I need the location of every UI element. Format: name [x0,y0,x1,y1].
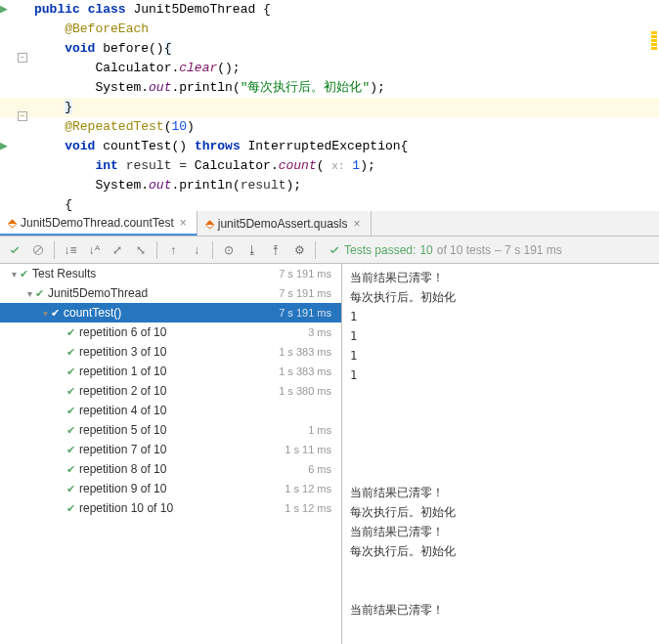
show-passed-button[interactable] [4,239,25,261]
test-tree-row[interactable]: ✔repetition 7 of 101 s 11 ms [0,440,341,459]
check-icon: ✔ [51,307,60,320]
tree-duration: 7 s 191 ms [279,307,337,319]
test-tree-row[interactable]: ✔repetition 5 of 101 ms [0,420,341,440]
error-stripe [649,0,659,211]
tree-label: Junit5DemoThread [48,286,279,300]
fold-icon[interactable]: − [18,111,27,121]
next-button[interactable]: ↓ [186,239,207,261]
check-icon [329,244,340,256]
tree-duration: 1 s 11 ms [285,444,337,455]
chevron-down-icon[interactable]: ▾ [39,308,51,319]
check-icon: ✔ [66,385,75,398]
tree-duration: 7 s 191 ms [279,268,337,279]
tab-label: junit5DemoAssert.quasls [218,217,348,231]
run-config-icon: ⬘ [205,217,214,231]
tree-label: repetition 7 of 10 [79,443,285,456]
test-toolbar: ↓≡ ↓ᴬ ⤢ ⤡ ↑ ↓ ⊙ ⭳ ⭱ ⚙ Tests passed: 10 o… [0,236,659,264]
code-editor[interactable]: ▶public class Junit5DemoThread { @Before… [0,0,659,211]
tree-duration: 1 s 380 ms [279,385,337,397]
expand-all-button[interactable]: ⤢ [107,239,128,261]
tree-label: repetition 6 of 10 [79,325,308,339]
check-icon: ✔ [66,444,75,456]
tree-label: repetition 1 of 10 [79,365,279,378]
test-tree-row[interactable]: ✔repetition 10 of 101 s 12 ms [0,498,341,518]
run-gutter-icon[interactable]: ▶ [0,2,8,17]
check-icon: ✔ [66,483,75,495]
run-config-icon: ⬘ [8,216,17,230]
check-icon: ✔ [35,287,44,300]
test-tree-row[interactable]: ▾✔Junit5DemoThread7 s 191 ms [0,283,341,303]
tree-label: repetition 8 of 10 [79,462,308,476]
sort-button[interactable]: ↓≡ [60,239,81,261]
tree-duration: 6 ms [308,463,337,475]
test-tree[interactable]: ▾✔Test Results7 s 191 ms▾✔Junit5DemoThre… [0,264,342,644]
tree-duration: 1 s 12 ms [285,502,337,514]
tab-label: Junit5DemoThread.countTest [21,216,174,230]
chevron-down-icon[interactable]: ▾ [8,269,20,279]
sort-alpha-button[interactable]: ↓ᴬ [83,239,105,261]
check-icon: ✔ [66,326,75,339]
tree-label: repetition 10 of 10 [79,501,285,515]
import-button[interactable]: ⭳ [242,239,263,261]
tree-duration: 1 s 383 ms [279,365,337,377]
check-icon: ✔ [66,463,75,476]
run-gutter-icon[interactable]: ▶ [0,139,8,153]
tree-duration: 1 ms [308,424,337,436]
close-icon[interactable]: × [352,217,363,231]
fold-icon[interactable]: − [18,53,27,63]
check-icon: ✔ [20,268,28,280]
test-tree-row[interactable]: ✔repetition 4 of 10 [0,401,341,420]
test-tree-row[interactable]: ✔repetition 1 of 101 s 383 ms [0,362,341,381]
history-button[interactable]: ⊙ [218,239,240,261]
test-tree-row[interactable]: ✔repetition 3 of 101 s 383 ms [0,342,341,362]
tree-label: countTest() [64,306,279,320]
test-tree-row[interactable]: ▾✔Test Results7 s 191 ms [0,264,341,283]
console-output[interactable]: 当前结果已清零！ 每次执行后。初始化 1 1 1 1 当前结果已清零！ 每次执行… [342,264,659,644]
settings-button[interactable]: ⚙ [288,239,310,261]
check-icon: ✔ [66,424,75,437]
check-icon: ✔ [66,346,75,359]
chevron-down-icon[interactable]: ▾ [23,288,35,299]
show-ignored-button[interactable] [27,239,49,261]
test-tree-row[interactable]: ✔repetition 2 of 101 s 380 ms [0,381,341,401]
test-status: Tests passed: 10 of 10 tests – 7 s 191 m… [329,243,562,257]
tree-label: repetition 2 of 10 [79,384,279,398]
collapse-all-button[interactable]: ⤡ [130,239,152,261]
tree-label: repetition 3 of 10 [79,345,279,359]
svg-line-1 [35,247,41,253]
tree-duration: 3 ms [308,326,337,338]
check-icon: ✔ [66,502,75,515]
tree-duration: 7 s 191 ms [279,287,337,299]
check-icon: ✔ [66,365,75,378]
check-icon: ✔ [66,405,75,417]
export-button[interactable]: ⭱ [265,239,286,261]
test-tree-row[interactable]: ▾✔countTest()7 s 191 ms [0,303,341,322]
tree-label: Test Results [32,267,279,280]
tree-label: repetition 5 of 10 [79,423,308,437]
test-tree-row[interactable]: ✔repetition 8 of 106 ms [0,459,341,479]
test-tree-row[interactable]: ✔repetition 9 of 101 s 12 ms [0,479,341,498]
prev-button[interactable]: ↑ [162,239,184,261]
tree-duration: 1 s 383 ms [279,346,337,358]
tree-duration: 1 s 12 ms [285,483,337,494]
test-tree-row[interactable]: ✔repetition 6 of 103 ms [0,322,341,342]
tree-label: repetition 4 of 10 [79,404,331,417]
tree-label: repetition 9 of 10 [79,482,285,495]
close-icon[interactable]: × [178,216,189,230]
